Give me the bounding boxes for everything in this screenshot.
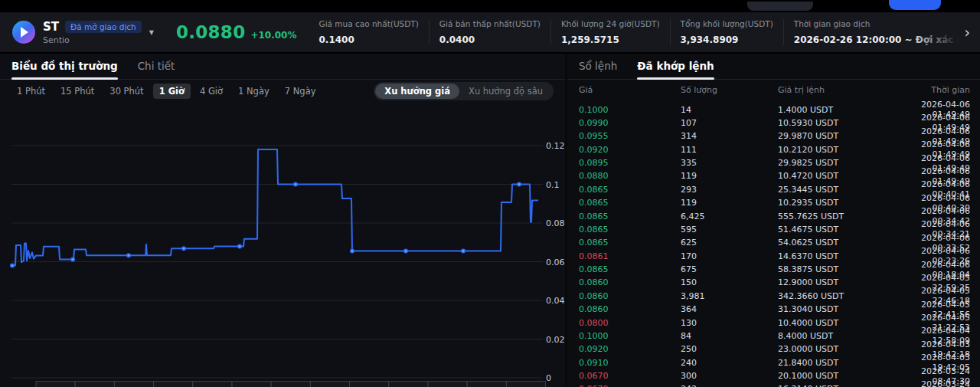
trade-price: 0.0920	[579, 344, 681, 354]
trade-value: 20.1000 USDT	[778, 371, 916, 381]
trade-price: 0.0865	[579, 238, 681, 248]
trade-value: 25.3445 USDT	[778, 185, 916, 195]
trade-qty: 300	[681, 371, 778, 381]
interval-7[interactable]: 7 Ngày	[279, 84, 322, 99]
stat-total-volume: Tổng khối lượng(USDT) 3,934.8909	[670, 19, 783, 45]
price-chart[interactable]: 00.020.040.060.080.10.12	[0, 103, 565, 387]
trade-price: 0.0865	[579, 212, 681, 221]
orderbook-panel: Sổ lệnh Đã khớp lệnh Giá Số lượng Giá tr…	[567, 54, 980, 387]
trade-qty: 130	[681, 318, 778, 328]
interval-5[interactable]: 4 Giờ	[194, 84, 229, 99]
trade-value: 29.9825 USDT	[778, 158, 916, 168]
trade-value: 14.6370 USDT	[778, 251, 916, 261]
trade-rows: 0.1000141.4000 USDT2026-04-06 01:49:490.…	[567, 100, 980, 387]
trade-row[interactable]: 0.1000141.4000 USDT2026-04-06 01:49:49	[567, 100, 980, 113]
trade-qty: 293	[681, 185, 778, 195]
stat-lowest-sell: Giá bán thấp nhất(USDT) 0.0400	[429, 19, 550, 45]
tab-filled-orders[interactable]: Đã khớp lệnh	[637, 54, 714, 79]
trade-value: 51.4675 USDT	[778, 225, 916, 234]
trade-qty: 3,981	[681, 291, 778, 301]
chart-controls: 1 Phút15 Phút30 Phút1 Giờ4 Giờ1 Ngày7 Ng…	[0, 80, 565, 103]
x-axis-cell-cutoff	[232, 382, 271, 387]
data-point-marker-core	[351, 250, 354, 252]
x-axis-cell-cutoff	[114, 382, 153, 387]
trade-value: 8.4000 USDT	[778, 331, 916, 341]
trade-price: 0.1000	[579, 105, 681, 115]
trade-row[interactable]: 0.092025023.0000 USDT2026-04-03 19:42:18	[567, 339, 980, 353]
chevron-right-icon[interactable]: ›	[964, 25, 970, 40]
trade-row[interactable]: 0.1000848.4000 USDT2026-04-04 12:58:09	[567, 326, 980, 339]
toggle-depth-trend[interactable]: Xu hướng độ sâu	[459, 84, 552, 99]
trade-value: 10.4000 USDT	[778, 318, 916, 328]
orderbook-column-headers: Giá Số lượng Giá trị lệnh Thời gian	[567, 80, 980, 100]
trade-value: 16.2140 USDT	[778, 384, 916, 387]
top-bar-dark-button-fragment[interactable]	[747, 2, 813, 11]
trade-row[interactable]: 0.067030020.1000 USDT2026-03-24 08:47:30	[567, 366, 980, 379]
trade-qty: 242	[681, 384, 778, 387]
trade-row[interactable]: 0.086036431.3040 USDT2026-04-05 22:41:56	[567, 300, 980, 313]
market-stats: Giá mua cao nhất(USDT) 0.1400 Giá bán th…	[309, 12, 980, 52]
trade-price: 0.0861	[579, 251, 681, 261]
trade-value: 342.3660 USDT	[778, 291, 916, 301]
trade-qty: 111	[681, 145, 778, 155]
price-chart-svg: 00.020.040.060.080.10.12	[0, 103, 565, 387]
tab-market-chart[interactable]: Biểu đồ thị trường	[11, 54, 118, 79]
trade-price: 0.0865	[579, 185, 681, 195]
top-bar-blue-button-fragment[interactable]	[889, 0, 941, 10]
interval-3[interactable]: 30 Phút	[103, 84, 149, 99]
trade-value: 12.9000 USDT	[778, 277, 916, 287]
trade-row[interactable]: 0.095531429.9870 USDT2026-04-06 01:49:49	[567, 126, 980, 139]
y-axis-tick: 0	[546, 373, 551, 383]
header-fade: ›	[907, 12, 980, 52]
token-selector[interactable]: ST Đã mở giao dịch Sentio ▼	[12, 20, 164, 45]
toggle-price-trend[interactable]: Xu hướng giá	[375, 84, 459, 99]
token-name: Sentio	[43, 35, 142, 45]
data-point-marker-core	[295, 183, 297, 185]
chevron-down-icon[interactable]: ▼	[149, 29, 154, 36]
y-axis-tick: 0.1	[546, 180, 560, 190]
trade-row[interactable]: 0.086015012.9000 USDT2026-04-05 22:59:25	[567, 273, 980, 286]
trading-open-badge: Đã mở giao dịch	[65, 21, 142, 33]
tab-order-book[interactable]: Sổ lệnh	[579, 54, 617, 79]
trade-row[interactable]: 0.092011110.2120 USDT2026-04-06 01:49:49	[567, 139, 980, 153]
trade-row[interactable]: 0.086511910.2935 USDT2026-04-06 00:40:30	[567, 193, 980, 206]
trade-price: 0.0670	[579, 384, 681, 387]
data-point-marker-core	[128, 254, 130, 257]
interval-2[interactable]: 15 Phút	[54, 84, 100, 99]
x-axis-cell-cutoff	[350, 382, 389, 387]
trade-price: 0.0800	[579, 318, 681, 328]
interval-1[interactable]: 1 Phút	[11, 84, 51, 99]
trade-qty: 625	[681, 238, 778, 248]
trade-qty: 675	[681, 264, 778, 274]
trade-row[interactable]: 0.086559551.4675 USDT2026-04-06 00:34:21	[567, 219, 980, 232]
data-point-marker-core	[11, 264, 14, 267]
chart-panel: Biểu đồ thị trường Chi tiết 1 Phút15 Phú…	[0, 54, 565, 387]
trade-row[interactable]: 0.091024021.8400 USDT2026-04-03 19:42:05	[567, 353, 980, 366]
trade-value: 31.3040 USDT	[778, 304, 916, 314]
interval-6[interactable]: 1 Ngày	[232, 84, 276, 99]
trade-row[interactable]: 0.086567558.3875 USDT2026-04-06 00:18:04	[567, 260, 980, 273]
trade-row[interactable]: 0.099010710.5930 USDT2026-04-06 01:49:49	[567, 113, 980, 126]
trade-price: 0.0910	[579, 358, 681, 368]
trade-row[interactable]: 0.088011910.4720 USDT2026-04-06 01:49:49	[567, 166, 980, 179]
trade-value: 54.0625 USDT	[778, 238, 916, 248]
data-point-marker-core	[405, 250, 407, 252]
trade-qty: 150	[681, 277, 778, 287]
token-logo-icon	[12, 21, 35, 44]
trade-value: 10.2120 USDT	[778, 145, 916, 155]
trade-price: 0.0860	[579, 277, 681, 287]
y-axis-tick: 0.06	[546, 257, 565, 267]
trade-row[interactable]: 0.080013010.4000 USDT2026-04-05 21:22:53	[567, 313, 980, 326]
trade-row[interactable]: 0.086529325.3445 USDT2026-04-06 00:40:41	[567, 179, 980, 192]
stat-volume-24h: Khối lượng 24 giờ(USDT) 1,259.5715	[550, 19, 670, 45]
trade-row[interactable]: 0.08603,981342.3660 USDT2026-04-05 22:46…	[567, 286, 980, 299]
trade-row[interactable]: 0.086562554.0625 USDT2026-04-06 00:33:52	[567, 233, 980, 246]
market-header: ST Đã mở giao dịch Sentio ▼ 0.0880 +10.0…	[0, 12, 980, 54]
trade-row[interactable]: 0.08656,425555.7625 USDT2026-04-06 00:34…	[567, 206, 980, 219]
trade-price: 0.0865	[579, 225, 681, 234]
tab-details[interactable]: Chi tiết	[138, 54, 175, 79]
trade-price: 0.0880	[579, 171, 681, 181]
trade-row[interactable]: 0.089533529.9825 USDT2026-04-06 01:49:49	[567, 153, 980, 166]
interval-4[interactable]: 1 Giờ	[153, 84, 191, 99]
trade-row[interactable]: 0.086117014.6370 USDT2026-04-06 00:23:26	[567, 246, 980, 259]
